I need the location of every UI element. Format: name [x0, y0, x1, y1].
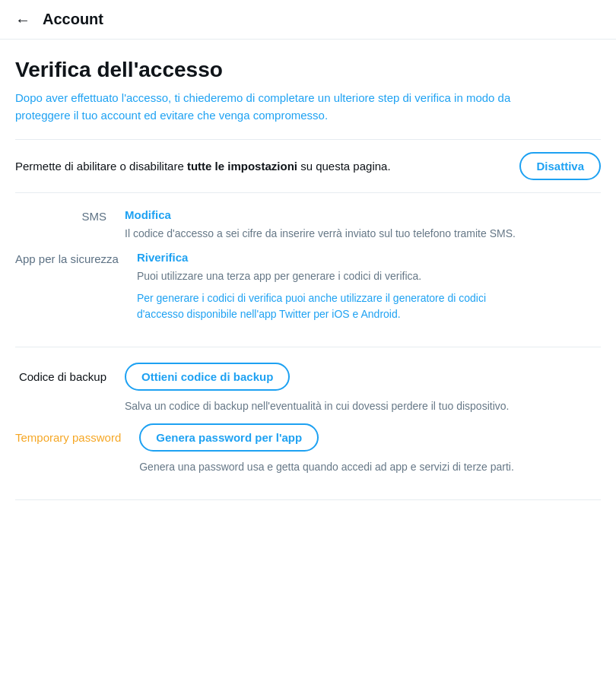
disable-row: Permette di abilitare o disabilitare tut… — [15, 139, 601, 193]
backup-row: Codice di backup Ottieni codice di backu… — [15, 363, 601, 414]
back-icon: ← — [15, 12, 30, 27]
backup-section: Codice di backup Ottieni codice di backu… — [15, 347, 601, 500]
temp-password-label: Temporary password — [15, 423, 121, 444]
page-content: Verifica dell'accesso Dopo aver effettua… — [0, 40, 616, 515]
back-button[interactable]: ← — [15, 12, 30, 27]
app-extra-description: Per generare i codici di verifica puoi a… — [137, 290, 532, 322]
backup-label: Codice di backup — [15, 363, 106, 383]
sms-row: SMS Modifica Il codice d'accesso a sei c… — [15, 208, 601, 242]
page-description: Dopo aver effettuato l'accesso, ti chied… — [15, 90, 548, 124]
temp-password-row: Temporary password Genera password per l… — [15, 423, 601, 475]
header-title: Account — [43, 11, 103, 28]
app-label: App per la sicurezza — [15, 251, 119, 322]
page-title: Verifica dell'accesso — [15, 58, 601, 82]
app-content: Riverifica Puoi utilizzare una terza app… — [137, 251, 601, 322]
sms-content: Modifica Il codice d'accesso a sei cifre… — [125, 208, 601, 242]
disable-row-text: Permette di abilitare o disabilitare tut… — [15, 160, 391, 173]
methods-section: SMS Modifica Il codice d'accesso a sei c… — [15, 193, 601, 347]
backup-description: Salva un codice di backup nell'eventuali… — [125, 398, 520, 414]
temp-password-content: Genera password per l'app Genera una pas… — [139, 423, 601, 475]
temp-password-description: Genera una password usa e getta quando a… — [139, 459, 535, 475]
app-action-link[interactable]: Riverifica — [137, 251, 601, 264]
disattiva-button[interactable]: Disattiva — [519, 152, 601, 180]
backup-button[interactable]: Ottieni codice di backup — [125, 363, 290, 391]
sms-label: SMS — [15, 208, 106, 242]
app-description: Puoi utilizzare una terza app per genera… — [137, 268, 532, 284]
sms-description: Il codice d'accesso a sei cifre da inser… — [125, 226, 520, 242]
header: ← Account — [0, 0, 616, 40]
app-row: App per la sicurezza Riverifica Puoi uti… — [15, 251, 601, 322]
sms-action-link[interactable]: Modifica — [125, 208, 601, 221]
temp-password-button[interactable]: Genera password per l'app — [139, 423, 319, 452]
backup-content: Ottieni codice di backup Salva un codice… — [125, 363, 601, 414]
